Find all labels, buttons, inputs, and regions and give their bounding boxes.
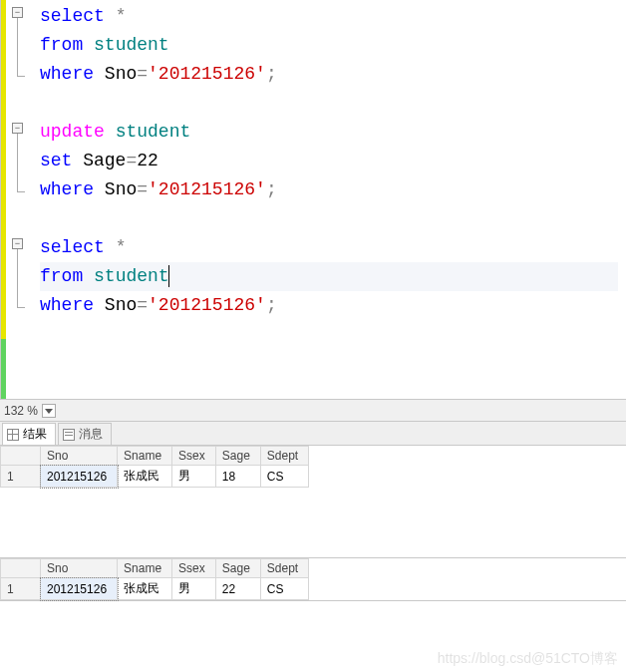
keyword: from	[40, 35, 83, 55]
cell[interactable]: CS	[260, 578, 308, 600]
cell[interactable]: 张成民	[118, 578, 172, 600]
identifier: Sno	[105, 179, 137, 199]
keyword: select	[40, 237, 105, 257]
identifier: Sno	[105, 64, 137, 84]
keyword: where	[40, 179, 94, 199]
tab-label: 消息	[79, 426, 103, 443]
zoom-bar: 132 %	[0, 399, 626, 421]
operator: =	[126, 151, 137, 170]
column-header[interactable]: Sage	[215, 447, 260, 466]
identifier: Sno	[105, 295, 137, 315]
fold-toggle-icon[interactable]: −	[12, 238, 23, 249]
string: '201215126'	[148, 295, 266, 315]
tab-messages[interactable]: 消息	[58, 423, 112, 445]
fold-toggle-icon[interactable]: −	[12, 7, 23, 18]
table-header-row: Sno Sname Ssex Sage Sdept	[1, 559, 309, 578]
keyword: update	[40, 122, 105, 142]
column-header[interactable]: Sage	[215, 559, 260, 578]
results-area: Sno Sname Ssex Sage Sdept 1 201215126 张成…	[0, 445, 626, 601]
column-header[interactable]: Sno	[41, 447, 118, 466]
operator: =	[137, 64, 148, 84]
operator: =	[137, 179, 148, 199]
results-tabs: 结果 消息	[0, 421, 626, 445]
watermark: https://blog.csd@51CTO博客	[438, 650, 618, 668]
identifier: Sage	[83, 151, 126, 170]
column-header[interactable]: Sdept	[260, 447, 308, 466]
semicolon: ;	[266, 64, 277, 84]
keyword: where	[40, 295, 94, 315]
table-header-row: Sno Sname Ssex Sage Sdept	[1, 447, 309, 466]
semicolon: ;	[266, 179, 277, 199]
cell[interactable]: 201215126	[41, 578, 118, 600]
operator: =	[137, 295, 148, 315]
row-number[interactable]: 1	[1, 578, 41, 600]
header-corner	[1, 559, 41, 578]
column-header[interactable]: Sdept	[260, 559, 308, 578]
message-icon	[63, 429, 75, 441]
fold-gutter[interactable]: − − −	[6, 0, 32, 399]
keyword: set	[40, 151, 72, 170]
tab-results[interactable]: 结果	[2, 423, 56, 445]
cell[interactable]: 22	[215, 578, 260, 600]
result-grid-1[interactable]: Sno Sname Ssex Sage Sdept 1 201215126 张成…	[0, 446, 626, 558]
column-header[interactable]: Sname	[118, 559, 172, 578]
column-header[interactable]: Sname	[118, 447, 172, 466]
number: 22	[137, 151, 158, 170]
header-corner	[1, 447, 41, 466]
table-row[interactable]: 1 201215126 张成民 男 22 CS	[1, 578, 309, 600]
keyword: select	[40, 6, 105, 26]
semicolon: ;	[266, 295, 277, 315]
column-header[interactable]: Ssex	[172, 559, 216, 578]
zoom-level: 132 %	[4, 404, 38, 418]
grid-icon	[7, 429, 19, 441]
zoom-dropdown[interactable]	[42, 404, 56, 418]
string: '201215126'	[148, 64, 266, 84]
text-cursor	[168, 265, 169, 287]
sql-editor[interactable]: − − − select * from student where Sno='2…	[0, 0, 626, 399]
cell[interactable]: 男	[172, 466, 216, 488]
fold-toggle-icon[interactable]: −	[12, 123, 23, 134]
keyword: where	[40, 64, 94, 84]
identifier: student	[94, 266, 169, 286]
string: '201215126'	[148, 179, 266, 199]
tab-label: 结果	[23, 426, 47, 443]
cell[interactable]: 张成民	[118, 466, 172, 488]
operator: *	[116, 6, 127, 26]
identifier: student	[94, 35, 169, 55]
cell[interactable]: CS	[260, 466, 308, 488]
operator: *	[116, 237, 127, 257]
row-number[interactable]: 1	[1, 466, 41, 488]
result-grid-2[interactable]: Sno Sname Ssex Sage Sdept 1 201215126 张成…	[0, 558, 626, 601]
table-row[interactable]: 1 201215126 张成民 男 18 CS	[1, 466, 309, 488]
column-header[interactable]: Ssex	[172, 447, 216, 466]
column-header[interactable]: Sno	[41, 559, 118, 578]
identifier: student	[116, 122, 191, 142]
cell[interactable]: 男	[172, 578, 216, 600]
keyword: from	[40, 266, 83, 286]
cell[interactable]: 18	[215, 466, 260, 488]
code-pane[interactable]: select * from student where Sno='2012151…	[32, 0, 626, 399]
cell[interactable]: 201215126	[41, 466, 118, 488]
